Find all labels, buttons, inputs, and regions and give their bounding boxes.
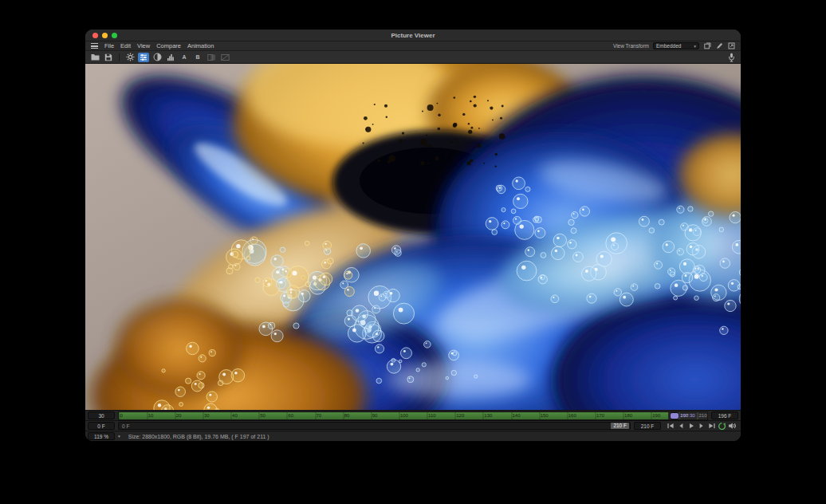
window-title: Picture Viewer (85, 32, 741, 39)
playhead-marker[interactable] (671, 413, 678, 419)
contrast-icon[interactable] (151, 53, 163, 62)
compare-ab-icon[interactable] (206, 53, 217, 62)
traffic-lights (85, 33, 117, 38)
view-transform-select[interactable]: Embedded ▾ (653, 42, 699, 49)
save-image-icon[interactable] (103, 53, 114, 62)
menu-compare[interactable]: Compare (156, 42, 181, 49)
zoom-level-box[interactable]: 119 % (88, 432, 115, 440)
timeline-playhead[interactable]: 197:30 (671, 413, 694, 419)
fps-box[interactable]: 30 (88, 411, 115, 419)
statusbar: 119 % ▾ Size: 2880x1800, RGB (8 Bit), 19… (85, 431, 741, 441)
prev-frame-button[interactable] (676, 422, 685, 430)
histogram-icon[interactable] (165, 53, 176, 62)
sound-toggle-button[interactable] (728, 422, 737, 430)
duplicate-window-icon[interactable] (703, 42, 711, 50)
edit-pencil-icon[interactable] (715, 42, 723, 50)
menu-animation[interactable]: Animation (187, 42, 214, 49)
open-folder-icon[interactable] (89, 53, 100, 62)
picture-viewer-window: Picture Viewer File Edit View Compare An… (85, 30, 741, 441)
menubar: File Edit View Compare Animation View Tr… (85, 41, 741, 51)
playhead-label: 197:30 (680, 413, 694, 418)
range-bar-end-label: 210 F (611, 423, 629, 429)
menu-view[interactable]: View (137, 42, 150, 49)
timeline-ruler-row: 30 0102030405060708090100110120130140150… (85, 410, 741, 420)
close-window-button[interactable] (92, 33, 98, 38)
timeline-range-row: 0 F 0 F 210 F 210 F (85, 420, 741, 431)
filter-gear-icon[interactable] (124, 53, 136, 62)
image-info-text: Size: 2880x1800, RGB (8 Bit), 19.76 MB, … (128, 434, 269, 439)
range-bar-start-label: 0 F (122, 423, 129, 429)
transport-controls (664, 422, 738, 430)
end-frame-field[interactable]: 210 F (634, 422, 661, 430)
toolbar: A B (85, 51, 741, 64)
chevron-down-icon: ▾ (694, 44, 696, 49)
timeline-end-box[interactable]: 196 F (711, 411, 738, 419)
view-transform-label: View Transform (613, 43, 649, 49)
minimize-window-button[interactable] (102, 33, 108, 38)
compare-a-button[interactable]: A (179, 53, 190, 62)
rendered-image (85, 64, 741, 410)
image-canvas[interactable] (85, 64, 741, 410)
compare-wipe-icon[interactable] (219, 53, 230, 62)
menu-edit[interactable]: Edit (120, 42, 131, 49)
goto-start-button[interactable] (666, 422, 675, 430)
next-frame-button[interactable] (697, 422, 706, 430)
titlebar[interactable]: Picture Viewer (85, 30, 741, 41)
goto-end-button[interactable] (707, 422, 716, 430)
play-button[interactable] (686, 422, 695, 430)
range-scrollbar[interactable]: 0 F 210 F (118, 422, 631, 430)
hamburger-menu-icon[interactable] (91, 43, 98, 49)
view-transform-value: Embedded (656, 43, 681, 49)
display-filter-icon[interactable] (138, 53, 149, 62)
microphone-icon[interactable] (726, 53, 737, 62)
timeline-ruler[interactable]: 0102030405060708090100110120130140150160… (118, 411, 708, 420)
menu-file[interactable]: File (104, 42, 114, 49)
loop-playback-button[interactable] (718, 422, 726, 430)
zoom-window-button[interactable] (112, 33, 117, 38)
toolbar-divider (119, 53, 120, 61)
zoom-dropdown-arrow-icon[interactable]: ▾ (118, 434, 120, 439)
timeline-range-band (119, 412, 668, 419)
popout-icon[interactable] (727, 42, 735, 50)
range-start-box[interactable]: 0 F (88, 422, 115, 430)
compare-b-button[interactable]: B (192, 53, 203, 62)
